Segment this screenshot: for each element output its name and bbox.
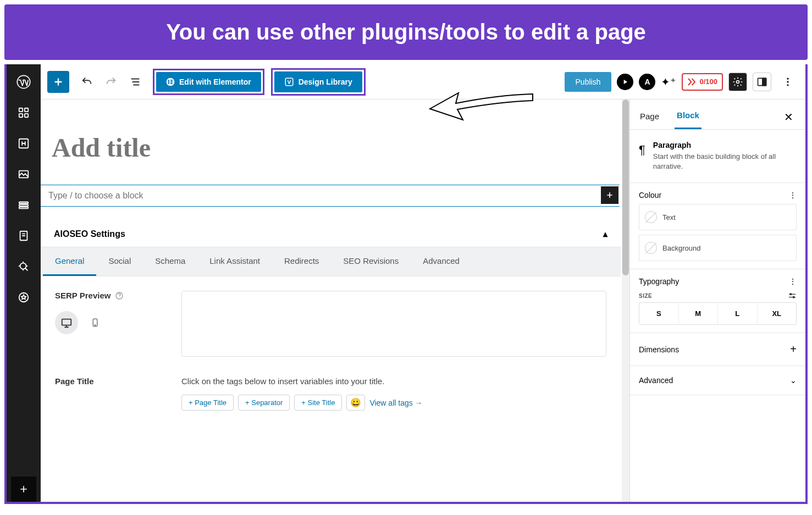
typography-section: Typography ⋮ SIZE S M L XL [630, 269, 805, 333]
cursor-icon[interactable] [16, 259, 31, 274]
svg-point-30 [793, 297, 794, 298]
svg-rect-1 [19, 108, 23, 112]
block-desc-text: Start with the basic building block of a… [653, 152, 797, 171]
sidebar-tab-block[interactable]: Block [675, 105, 701, 129]
dimensions-section[interactable]: Dimensions + [630, 333, 805, 366]
wordpress-logo-icon[interactable] [16, 74, 31, 90]
aioseo-heading[interactable]: AIOSEO Settings ▴ [41, 221, 621, 247]
typography-options-icon[interactable]: ⋮ [789, 277, 797, 286]
block-name: Paragraph [653, 141, 797, 149]
svg-point-19 [737, 80, 739, 83]
plugin-icon-1[interactable] [617, 74, 633, 90]
aioseo-tab-schema[interactable]: Schema [143, 247, 197, 276]
svg-rect-14 [168, 80, 169, 84]
gear-button[interactable] [728, 73, 747, 91]
editor-topbar: Edit with Elementor Design Library Publi… [41, 64, 805, 99]
svg-rect-15 [170, 80, 173, 81]
aioseo-heading-label: AIOSEO Settings [54, 229, 125, 239]
dashboard-icon[interactable] [16, 105, 31, 120]
svg-point-28 [95, 325, 96, 326]
aioseo-tab-seo-revisions[interactable]: SEO Revisions [331, 247, 411, 276]
size-label: SIZE [639, 293, 652, 299]
serp-preview-box [181, 291, 606, 357]
desktop-preview-button[interactable] [55, 311, 78, 334]
aioseo-tab-redirects[interactable]: Redirects [272, 247, 331, 276]
add-block-rail-button[interactable] [11, 477, 36, 502]
elementor-highlight: Edit with Elementor [153, 69, 264, 95]
add-block-button[interactable] [47, 71, 69, 93]
svg-rect-8 [19, 204, 29, 206]
edit-with-elementor-button[interactable]: Edit with Elementor [156, 72, 261, 92]
size-l[interactable]: L [718, 303, 758, 324]
colour-section: Colour ⋮ Text Background [630, 183, 805, 269]
undo-button[interactable] [76, 71, 98, 93]
collapse-icon: ▴ [603, 229, 607, 239]
inline-add-block-button[interactable] [601, 186, 618, 204]
scrollbar-thumb[interactable] [622, 99, 629, 275]
tag-page-title[interactable]: + Page Title [181, 395, 234, 411]
svg-rect-16 [170, 81, 173, 82]
document-outline-button[interactable] [124, 71, 146, 93]
background-colour-control[interactable]: Background [639, 235, 797, 261]
page-icon[interactable] [16, 228, 31, 243]
svg-rect-26 [62, 319, 71, 325]
svg-rect-18 [285, 78, 293, 86]
app-frame: Edit with Elementor Design Library Publi… [4, 64, 808, 504]
list-icon[interactable] [16, 197, 31, 213]
publish-button[interactable]: Publish [565, 72, 612, 92]
sidebar-toggle-button[interactable] [753, 73, 771, 91]
plus-icon: + [790, 343, 797, 356]
aioseo-tab-social[interactable]: Social [96, 247, 143, 276]
design-library-highlight: Design Library [271, 68, 366, 96]
aioseo-panel: AIOSEO Settings ▴ General Social Schema … [41, 221, 621, 425]
block-description: ¶ Paragraph Start with the basic buildin… [630, 130, 805, 183]
design-library-label: Design Library [299, 77, 352, 86]
wp-admin-rail [7, 64, 41, 502]
sparkle-icon[interactable]: ✦⁺ [661, 75, 676, 88]
image-icon[interactable] [16, 167, 31, 182]
text-colour-control[interactable]: Text [639, 204, 797, 230]
help-icon[interactable] [115, 291, 124, 300]
size-xl[interactable]: XL [758, 303, 797, 324]
view-all-tags-link[interactable]: View all tags → [369, 398, 422, 407]
mobile-preview-button[interactable] [84, 311, 107, 334]
svg-rect-21 [763, 78, 766, 85]
settings-sidebar: Page Block ✕ ¶ Paragraph Start with the … [629, 99, 805, 502]
block-input[interactable] [41, 185, 601, 206]
background-colour-swatch [645, 242, 657, 254]
serp-preview-label: SERP Preview [55, 291, 165, 300]
tag-separator[interactable]: + Separator [238, 395, 290, 411]
page-title-label: Page Title [55, 376, 165, 386]
tag-site-title[interactable]: + Site Title [294, 395, 342, 411]
svg-rect-9 [19, 207, 29, 209]
svg-rect-2 [25, 108, 28, 112]
sidebar-tab-page[interactable]: Page [638, 106, 661, 129]
plugin-icon-2[interactable]: A [639, 74, 655, 90]
aioseo-tab-link-assistant[interactable]: Link Assistant [197, 247, 272, 276]
emoji-button[interactable]: 😀 [346, 395, 365, 411]
size-s[interactable]: S [639, 303, 679, 324]
aioseo-tab-general[interactable]: General [43, 247, 96, 276]
design-library-button[interactable]: Design Library [274, 71, 362, 92]
advanced-section[interactable]: Advanced ⌄ [630, 366, 805, 395]
colour-options-icon[interactable]: ⋮ [789, 191, 797, 200]
text-colour-swatch [645, 211, 657, 223]
aioseo-tab-advanced[interactable]: Advanced [411, 247, 472, 276]
page-title-description: Click on the tags below to insert variab… [181, 376, 606, 386]
elementor-label: Edit with Elementor [179, 77, 251, 86]
seo-score-chip[interactable]: 0/100 [682, 73, 723, 91]
svg-point-22 [787, 77, 788, 79]
redo-button[interactable] [100, 71, 122, 93]
heading-icon[interactable] [16, 136, 31, 151]
seo-score-value: 0/100 [699, 77, 717, 86]
more-options-button[interactable] [777, 71, 799, 93]
tutorial-banner: You can use other plugins/tools to edit … [4, 4, 808, 60]
sidebar-close-button[interactable]: ✕ [780, 108, 798, 126]
scrollbar[interactable] [622, 99, 629, 502]
settings-star-icon[interactable] [16, 290, 31, 305]
size-settings-icon[interactable] [788, 292, 797, 299]
colour-label: Colour [639, 191, 661, 200]
chevron-down-icon: ⌄ [790, 376, 797, 385]
size-m[interactable]: M [679, 303, 719, 324]
title-field[interactable]: Add title [41, 117, 621, 180]
